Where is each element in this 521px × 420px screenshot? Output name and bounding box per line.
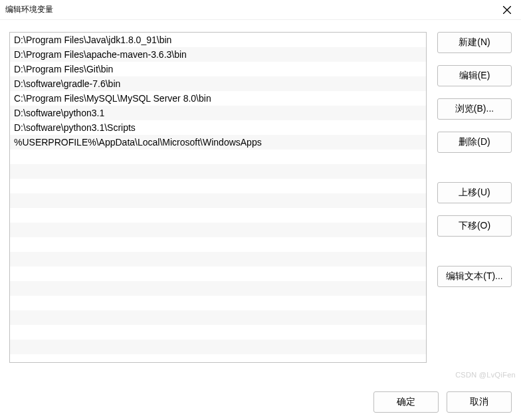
list-item[interactable]: D:\software\python3.1 [10,106,426,120]
dialog-footer: 确定 取消 [0,384,521,420]
list-item[interactable]: %USERPROFILE%\AppData\Local\Microsoft\Wi… [10,135,426,150]
list-item[interactable] [10,281,426,296]
delete-button[interactable]: 删除(D) [437,132,512,153]
edit-button[interactable]: 编辑(E) [437,65,512,86]
move-up-button[interactable]: 上移(U) [437,182,512,203]
list-item[interactable] [10,179,426,193]
new-button[interactable]: 新建(N) [437,32,512,53]
browse-button[interactable]: 浏览(B)... [437,98,512,120]
list-item[interactable] [10,340,426,354]
list-item[interactable] [10,325,426,340]
list-item[interactable] [10,296,426,310]
close-icon [503,6,511,14]
list-item[interactable] [10,208,426,223]
list-item[interactable] [10,150,426,164]
list-item[interactable] [10,266,426,281]
list-item[interactable] [10,164,426,179]
list-item[interactable] [10,193,426,208]
close-button[interactable] [498,1,516,19]
ok-button[interactable]: 确定 [373,391,439,413]
list-item[interactable]: D:\Program Files\Java\jdk1.8.0_91\bin [10,33,426,47]
dialog-content: D:\Program Files\Java\jdk1.8.0_91\binD:\… [0,20,521,384]
watermark-text: CSDN @LvQiFen [455,371,516,379]
list-item[interactable] [10,237,426,252]
button-sidebar: 新建(N) 编辑(E) 浏览(B)... 删除(D) 上移(U) 下移(O) 编… [437,32,512,384]
list-item[interactable]: D:\Program Files\apache-maven-3.6.3\bin [10,47,426,62]
list-item[interactable] [10,223,426,237]
cancel-button[interactable]: 取消 [447,391,512,413]
window-title: 编辑环境变量 [5,4,53,15]
list-item[interactable]: D:\Program Files\Git\bin [10,62,426,76]
list-item[interactable]: D:\software\gradle-7.6\bin [10,76,426,91]
move-down-button[interactable]: 下移(O) [437,215,512,237]
list-item[interactable] [10,310,426,325]
titlebar: 编辑环境变量 [0,0,521,20]
list-item[interactable]: D:\software\python3.1\Scripts [10,120,426,135]
list-item[interactable]: C:\Program Files\MySQL\MySQL Server 8.0\… [10,91,426,106]
path-listbox[interactable]: D:\Program Files\Java\jdk1.8.0_91\binD:\… [9,32,427,363]
edit-text-button[interactable]: 编辑文本(T)... [437,266,512,287]
list-item[interactable] [10,252,426,266]
